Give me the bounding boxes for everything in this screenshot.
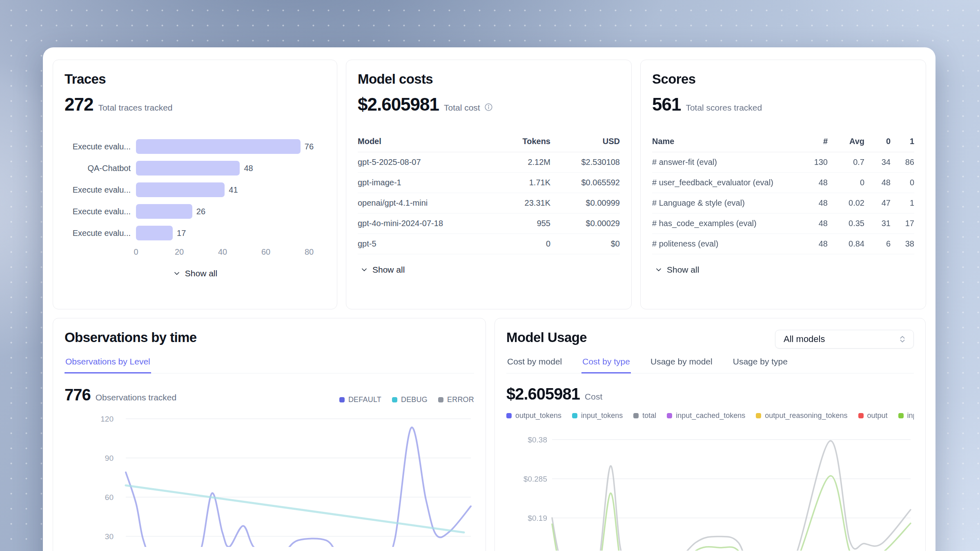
row-name-cell: # has_code_examples (eval) xyxy=(652,219,795,228)
trace-bar xyxy=(136,182,225,197)
column-header: Name xyxy=(652,137,795,146)
series-line-input xyxy=(552,476,911,551)
tab-cost-by-type[interactable]: Cost by type xyxy=(581,357,631,373)
legend-item-total: total xyxy=(633,411,656,420)
traces-show-all-button[interactable]: Show all xyxy=(173,269,217,278)
x-axis-tick: 0 xyxy=(134,247,138,257)
legend-item-input_cached_tokens: input_cached_tokens xyxy=(667,411,745,420)
legend-swatch xyxy=(633,413,639,418)
observations-total-value: 776 xyxy=(65,386,91,404)
top-card-row: Traces 272 Total traces tracked Execute … xyxy=(53,60,926,309)
x-axis-tick: 80 xyxy=(305,247,314,257)
row-value-cell: 955 xyxy=(479,219,550,228)
model-cost-row: gpt-4o-mini-2024-07-18955$0.00029 xyxy=(358,213,620,234)
legend-swatch xyxy=(898,413,904,418)
row-value-cell: 48 xyxy=(795,178,828,187)
legend-swatch xyxy=(339,397,345,402)
row-value-cell: 23.31K xyxy=(479,198,550,208)
legend-item-input: input xyxy=(898,411,914,420)
row-value-cell: 47 xyxy=(864,198,891,208)
trace-bar xyxy=(136,139,301,154)
row-value-cell: 34 xyxy=(864,158,891,167)
info-icon[interactable] xyxy=(484,103,493,113)
legend-label: input_cached_tokens xyxy=(676,411,745,420)
trace-bar-label: Execute evalu... xyxy=(65,142,131,151)
model-costs-show-all-button[interactable]: Show all xyxy=(360,265,405,275)
trace-bar-label: QA-Chatbot xyxy=(65,164,131,173)
trace-bar-row: Execute evalu...76 xyxy=(65,139,325,154)
trace-bar-value: 76 xyxy=(305,142,314,151)
row-name-cell: gpt-5 xyxy=(358,239,479,249)
model-cost-row: gpt-50$0 xyxy=(358,234,620,254)
observations-stat: 776 Observations tracked xyxy=(65,386,176,404)
model-usage-card: Model Usage All models Cost by modelCost… xyxy=(494,318,926,551)
legend-label: DEBUG xyxy=(401,395,428,404)
column-header: 1 xyxy=(891,137,914,146)
model-cost-row: openai/gpt-4.1-mini23.31K$0.00999 xyxy=(358,193,620,213)
tab-cost-by-model[interactable]: Cost by model xyxy=(506,357,563,373)
traces-bar-axis: 020406080 xyxy=(65,247,325,258)
column-header: Tokens xyxy=(479,137,550,146)
scores-table: Name#Avg01# answer-fit (eval)1300.73486#… xyxy=(652,137,914,254)
traces-show-all-label: Show all xyxy=(185,269,217,278)
legend-label: output xyxy=(867,411,888,420)
scores-total-value: 561 xyxy=(652,94,681,115)
legend-label: input_tokens xyxy=(581,411,623,420)
trace-bar-track: 17 xyxy=(136,226,325,240)
trace-bar xyxy=(136,161,240,176)
row-value-cell: 31 xyxy=(864,219,891,228)
legend-label: input xyxy=(907,411,914,420)
model-usage-line-chart: $0.38$0.285$0.19 xyxy=(506,434,913,551)
scores-show-all-button[interactable]: Show all xyxy=(655,265,699,275)
table-header-row: ModelTokensUSD xyxy=(358,137,620,152)
tab-observations-by-level[interactable]: Observations by Level xyxy=(65,357,151,373)
legend-swatch xyxy=(667,413,672,418)
row-value-cell: 48 xyxy=(795,219,828,228)
row-name-cell: gpt-5-2025-08-07 xyxy=(358,158,479,167)
trace-bar-row: Execute evalu...41 xyxy=(65,182,325,197)
row-name-cell: # answer-fit (eval) xyxy=(652,158,795,167)
row-value-cell: 38 xyxy=(891,239,914,249)
traces-total-label: Total traces tracked xyxy=(98,103,172,113)
chevron-down-icon xyxy=(655,266,663,274)
legend-item-output: output xyxy=(858,411,888,420)
trace-bar-value: 17 xyxy=(177,229,186,238)
observations-card: Observations by time Observations by Lev… xyxy=(53,318,486,551)
legend-item-default: DEFAULT xyxy=(339,395,381,404)
y-axis-label: 60 xyxy=(105,493,114,502)
row-value-cell: 0.02 xyxy=(828,198,864,208)
model-usage-card-title: Model Usage xyxy=(506,330,587,345)
y-axis-label: $0.285 xyxy=(523,475,547,483)
model-usage-legend: output_tokensinput_tokenstotalinput_cach… xyxy=(506,411,914,420)
scores-card: Scores 561 Total scores tracked Name#Avg… xyxy=(640,60,926,309)
score-row: # Language & style (eval)480.02471 xyxy=(652,193,914,213)
observations-tabs: Observations by Level xyxy=(65,357,474,373)
tab-usage-by-type[interactable]: Usage by type xyxy=(732,357,788,373)
trace-bar-value: 41 xyxy=(229,185,238,195)
row-value-cell: 1 xyxy=(891,198,914,208)
legend-label: DEFAULT xyxy=(348,395,381,404)
legend-label: output_reasoning_tokens xyxy=(765,411,847,420)
row-value-cell: 0 xyxy=(479,239,550,249)
model-filter-select[interactable]: All models xyxy=(775,330,914,349)
model-usage-tabs: Cost by modelCost by typeUsage by modelU… xyxy=(506,357,914,373)
trace-bar-label: Execute evalu... xyxy=(65,185,131,195)
y-axis-label: 120 xyxy=(100,415,114,423)
legend-label: total xyxy=(642,411,656,420)
series-line-default xyxy=(126,427,471,547)
trace-bar-value: 26 xyxy=(196,207,205,216)
trace-bar-track: 48 xyxy=(136,161,325,176)
usage-cost-label: Cost xyxy=(585,392,602,402)
model-cost-row: gpt-5-2025-08-072.12M$2.530108 xyxy=(358,152,620,173)
scores-total-label: Total scores tracked xyxy=(686,103,762,113)
usage-cost-stat: $2.605981 Cost xyxy=(506,385,914,403)
row-value-cell: $0.00999 xyxy=(550,198,620,208)
series-line-total xyxy=(552,441,911,551)
tab-usage-by-model[interactable]: Usage by model xyxy=(650,357,713,373)
score-row: # has_code_examples (eval)480.353117 xyxy=(652,213,914,234)
row-value-cell: 0.84 xyxy=(828,239,864,249)
row-value-cell: 130 xyxy=(795,158,828,167)
observations-legend: DEFAULTDEBUGERROR xyxy=(339,395,474,404)
row-value-cell: $0 xyxy=(550,239,620,249)
legend-swatch xyxy=(438,397,443,402)
